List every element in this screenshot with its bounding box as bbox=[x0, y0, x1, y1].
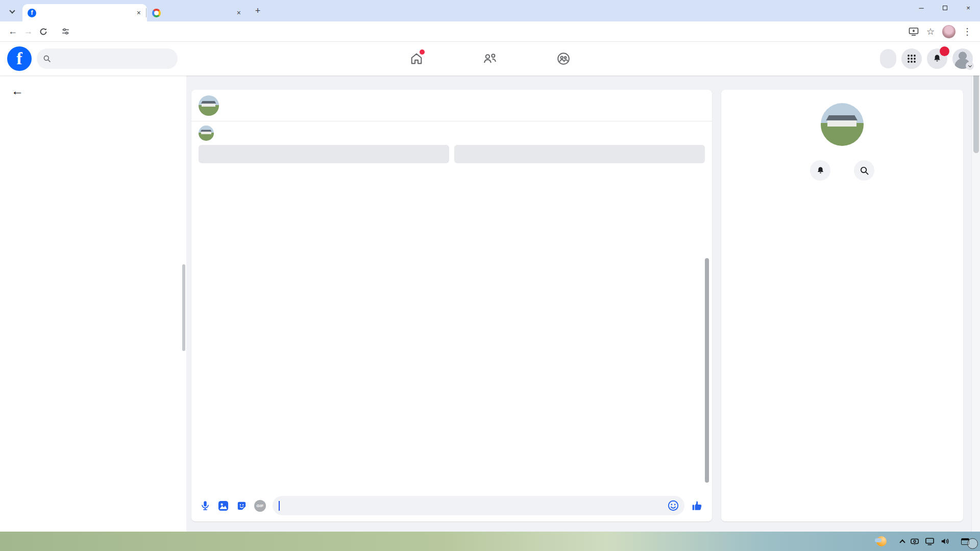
chat-scrollbar[interactable] bbox=[705, 258, 709, 483]
reload-button[interactable] bbox=[36, 24, 51, 39]
friends-icon bbox=[482, 52, 498, 66]
back-button[interactable]: ← bbox=[5, 24, 20, 39]
mute-button[interactable] bbox=[810, 160, 830, 185]
text-caret bbox=[279, 501, 280, 511]
mute-bell-icon bbox=[810, 160, 830, 181]
conversation-info-icon[interactable]: i bbox=[693, 99, 705, 112]
more-options-button[interactable] bbox=[454, 145, 705, 163]
chat-avatar[interactable] bbox=[199, 95, 219, 116]
nav-friends-tab[interactable] bbox=[478, 46, 502, 71]
facebook-search-input[interactable] bbox=[37, 48, 178, 69]
chevron-down-icon bbox=[9, 8, 15, 13]
facebook-logo[interactable]: f bbox=[7, 46, 32, 71]
weather-icon bbox=[876, 536, 887, 546]
sticker-icon[interactable] bbox=[236, 500, 248, 512]
browser-tab-strip: f × × + ─ × bbox=[0, 0, 980, 21]
message-input[interactable] bbox=[273, 496, 684, 515]
thumbs-up-icon[interactable] bbox=[691, 499, 704, 512]
listing-thumbnail bbox=[199, 126, 214, 141]
reload-icon bbox=[39, 28, 47, 36]
nav-home-tab[interactable] bbox=[404, 46, 429, 71]
address-bar[interactable] bbox=[55, 23, 904, 40]
context-buttons bbox=[199, 145, 705, 163]
screen: f × × + ─ × ← → ☆ ⋮ bbox=[0, 0, 980, 551]
profile-avatar[interactable] bbox=[952, 48, 973, 69]
nav-groups-tab[interactable] bbox=[551, 46, 576, 71]
toolbar-right: ☆ ⋮ bbox=[909, 24, 975, 39]
facebook-header-right bbox=[880, 48, 973, 69]
sidebar-header: ← bbox=[0, 76, 186, 102]
marketplace-context bbox=[191, 121, 712, 163]
listing-row bbox=[199, 126, 705, 141]
new-tab-button[interactable]: + bbox=[251, 4, 264, 17]
chat-panel: i GIF bbox=[191, 90, 712, 521]
conversations-sidebar: ← bbox=[0, 76, 186, 532]
notification-count-badge bbox=[940, 46, 949, 56]
voice-clip-icon[interactable] bbox=[200, 499, 211, 512]
details-avatar bbox=[821, 103, 864, 146]
taskbar bbox=[0, 532, 980, 551]
facebook-header: f bbox=[0, 42, 980, 76]
back-arrow-icon[interactable]: ← bbox=[11, 84, 23, 98]
tab-close-icon[interactable]: × bbox=[136, 9, 142, 17]
gif-icon[interactable]: GIF bbox=[254, 500, 266, 512]
maximize-icon bbox=[943, 6, 947, 10]
tray-capture-icon[interactable] bbox=[910, 537, 919, 545]
sidebar-scrollbar[interactable] bbox=[182, 264, 185, 351]
messenger-page: ← i bbox=[0, 42, 980, 532]
minimize-button[interactable]: ─ bbox=[910, 0, 933, 15]
tray-network-icon[interactable] bbox=[925, 537, 935, 545]
apps-menu-button[interactable] bbox=[901, 48, 922, 69]
view-buyer-button[interactable] bbox=[199, 145, 449, 163]
window-controls: ─ × bbox=[910, 0, 980, 15]
find-friends-button[interactable] bbox=[880, 49, 896, 68]
browser-toolbar: ← → ☆ ⋮ bbox=[0, 21, 980, 42]
weather-widget[interactable] bbox=[876, 536, 895, 546]
tab-messenger[interactable]: f × bbox=[22, 4, 147, 21]
search-icon bbox=[43, 55, 51, 63]
maximize-button[interactable] bbox=[933, 0, 957, 15]
google-favicon bbox=[152, 9, 161, 17]
bookmark-star-icon[interactable]: ☆ bbox=[923, 24, 938, 39]
browser-profile-avatar[interactable] bbox=[942, 25, 955, 38]
conversation-details-panel bbox=[721, 90, 963, 521]
page-scrollbar[interactable] bbox=[971, 42, 980, 532]
facebook-nav-tabs bbox=[404, 46, 576, 71]
groups-icon bbox=[556, 52, 571, 66]
details-actions bbox=[721, 160, 963, 185]
tray-volume-icon[interactable] bbox=[940, 537, 950, 545]
install-app-icon[interactable] bbox=[909, 27, 919, 36]
facebook-favicon: f bbox=[28, 9, 36, 17]
account-chevron-icon bbox=[966, 62, 974, 70]
tab-search-button[interactable] bbox=[5, 4, 19, 18]
home-notification-dot bbox=[420, 49, 425, 55]
search-icon bbox=[854, 160, 874, 181]
taskbar-apps bbox=[0, 532, 4, 551]
taskbar-notification-badge bbox=[967, 538, 978, 549]
taskbar-tray bbox=[876, 532, 978, 551]
tab-google-search[interactable]: × bbox=[147, 4, 247, 21]
site-info-icon[interactable] bbox=[61, 27, 70, 36]
tray-expand-icon[interactable] bbox=[899, 539, 905, 545]
emoji-picker-icon[interactable] bbox=[667, 499, 679, 513]
tab-close-icon[interactable]: × bbox=[236, 9, 242, 17]
apps-grid-icon bbox=[907, 54, 916, 63]
search-in-chat-button[interactable] bbox=[854, 160, 874, 185]
notification-center[interactable] bbox=[961, 534, 978, 549]
chat-header: i bbox=[191, 90, 712, 121]
notifications-button[interactable] bbox=[927, 48, 947, 69]
message-composer: GIF bbox=[191, 490, 712, 521]
close-button[interactable]: × bbox=[957, 0, 980, 15]
attach-photo-icon[interactable] bbox=[217, 500, 229, 512]
browser-menu-icon[interactable]: ⋮ bbox=[960, 24, 975, 39]
bell-icon bbox=[932, 54, 942, 64]
forward-button[interactable]: → bbox=[20, 24, 36, 39]
message-list bbox=[191, 167, 712, 490]
